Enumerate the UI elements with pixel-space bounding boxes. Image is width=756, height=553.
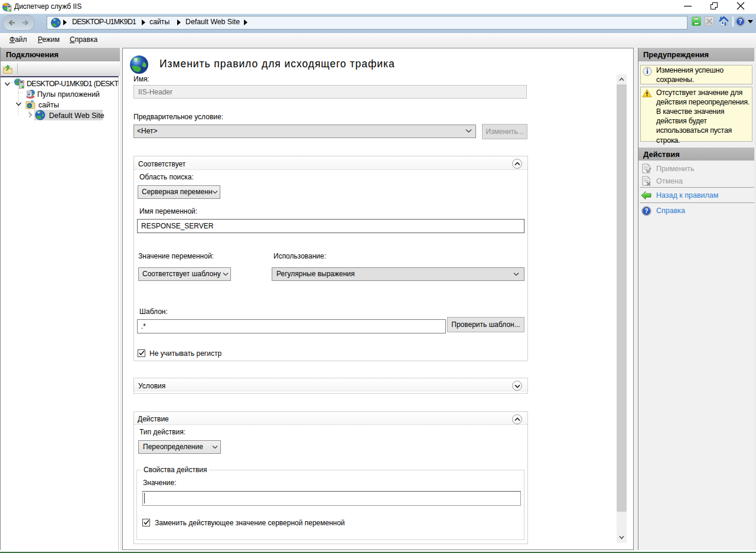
svg-text:?: ? bbox=[644, 207, 648, 214]
svg-text:?: ? bbox=[738, 18, 742, 25]
